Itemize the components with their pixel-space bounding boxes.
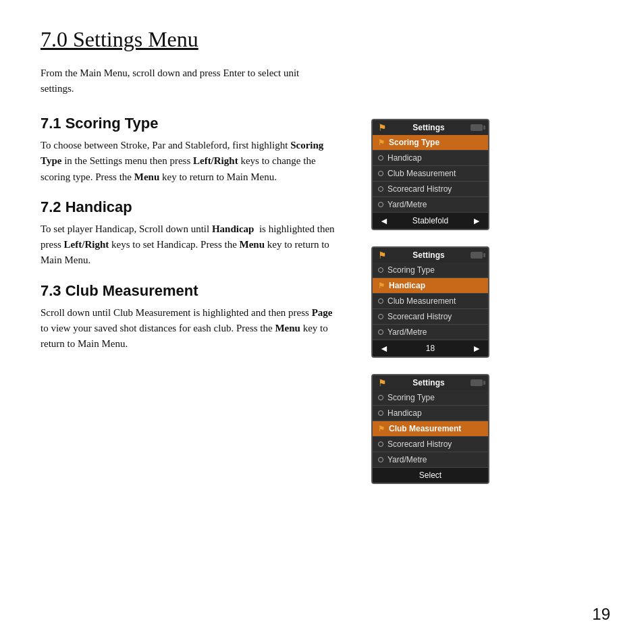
device-3-battery-icon — [471, 379, 483, 386]
device-1-yard-radio — [378, 202, 383, 207]
device-2-scorecard-label: Scorecard Histroy — [387, 312, 452, 321]
device-2-yard-radio — [378, 329, 383, 335]
device-1-item-yard: Yard/Metre — [373, 197, 488, 213]
device-1-scorecard-radio — [378, 186, 383, 192]
device-2-right-arrow: ► — [472, 343, 481, 354]
device-1-yard-label: Yard/Metre — [387, 200, 427, 209]
device-3-header: ⚑ Settings — [373, 375, 488, 390]
device-3-club-label: Club Measurement — [389, 424, 461, 433]
section-71-heading: 7.1 Scoring Type — [41, 115, 338, 132]
device-3-scorecard-label: Scorecard Histroy — [387, 439, 452, 449]
device-1-item-club: Club Measurement — [373, 166, 488, 182]
device-1-title: Settings — [412, 123, 444, 132]
device-2-flag: ⚑ — [378, 281, 385, 290]
device-3-item-scoring-type: Scoring Type — [373, 390, 488, 406]
device-3-item-handicap: Handicap — [373, 406, 488, 421]
section-72-text: To set player Handicap, Scroll down unti… — [41, 221, 338, 269]
device-2-item-club: Club Measurement — [373, 294, 488, 309]
device-1-right-arrow: ► — [472, 215, 481, 226]
device-3-item-club: ⚑ Club Measurement — [373, 421, 488, 437]
device-3-scoring-radio — [378, 395, 383, 400]
device-2-yard-label: Yard/Metre — [387, 327, 427, 337]
device-1-footer-value: Stablefold — [412, 216, 448, 225]
device-3-title: Settings — [412, 378, 444, 387]
page-number: 19 — [592, 605, 610, 624]
text-column: 7.1 Scoring Type To choose between Strok… — [41, 112, 351, 484]
device-screen-1: ⚑ Settings ⚑ Scoring Type Handicap Club … — [371, 119, 489, 230]
device-2-item-scorecard: Scorecard Histroy — [373, 309, 488, 325]
device-3-flag-icon: ⚑ — [378, 377, 387, 388]
device-3-handicap-radio — [378, 410, 383, 416]
device-1-flag: ⚑ — [378, 138, 385, 147]
section-72-heading: 7.2 Handicap — [41, 198, 338, 216]
device-3-scorecard-radio — [378, 441, 383, 447]
device-3-item-scorecard: Scorecard Histroy — [373, 437, 488, 452]
device-2-handicap-label: Handicap — [389, 281, 425, 290]
device-2-item-handicap: ⚑ Handicap — [373, 278, 488, 294]
page-container: 7.0 Settings Menu From the Main Menu, sc… — [0, 0, 644, 511]
section-73-text: Scroll down until Club Measurement is hi… — [41, 305, 338, 352]
device-1-handicap-label: Handicap — [387, 153, 422, 163]
device-screen-3: ⚑ Settings Scoring Type Handicap ⚑ Club … — [371, 374, 489, 484]
device-1-footer: ◄ Stablefold ► — [373, 213, 488, 229]
device-2-footer-value: 18 — [426, 344, 435, 353]
section-73-heading: 7.3 Club Measurement — [41, 282, 338, 300]
device-3-footer: Select — [373, 468, 488, 483]
device-2-club-radio — [378, 298, 383, 304]
device-1-item-handicap: Handicap — [373, 151, 488, 166]
device-2-item-yard: Yard/Metre — [373, 325, 488, 340]
device-3-footer-value: Select — [419, 471, 441, 480]
device-column: ⚑ Settings ⚑ Scoring Type Handicap Club … — [371, 112, 506, 484]
device-2-left-arrow: ◄ — [379, 343, 389, 354]
device-2-scoring-type-label: Scoring Type — [387, 265, 435, 275]
device-1-header: ⚑ Settings — [373, 120, 488, 135]
page-title: 7.0 Settings Menu — [41, 27, 610, 52]
device-3-yard-label: Yard/Metre — [387, 455, 427, 464]
device-2-footer: ◄ 18 ► — [373, 340, 488, 356]
device-1-item-scoring-type: ⚑ Scoring Type — [373, 135, 488, 151]
device-2-flag-icon: ⚑ — [378, 250, 387, 261]
device-3-scoring-type-label: Scoring Type — [387, 393, 435, 402]
device-2-battery-icon — [471, 252, 483, 259]
device-2-title: Settings — [412, 250, 444, 260]
device-1-scorecard-label: Scorecard Histroy — [387, 184, 452, 194]
device-3-flag: ⚑ — [378, 425, 385, 433]
device-2-scoring-radio — [378, 267, 383, 273]
device-1-flag-icon: ⚑ — [378, 122, 387, 133]
device-1-scoring-type-label: Scoring Type — [389, 138, 439, 147]
device-1-item-scorecard: Scorecard Histroy — [373, 182, 488, 197]
device-1-club-radio — [378, 171, 383, 176]
device-2-item-scoring-type: Scoring Type — [373, 263, 488, 278]
device-3-item-yard: Yard/Metre — [373, 452, 488, 468]
device-1-left-arrow: ◄ — [379, 215, 389, 226]
device-1-club-label: Club Measurement — [387, 169, 456, 178]
content-area: 7.1 Scoring Type To choose between Strok… — [41, 112, 610, 484]
device-3-handicap-label: Handicap — [387, 408, 422, 418]
device-2-club-label: Club Measurement — [387, 296, 456, 306]
device-screen-2: ⚑ Settings Scoring Type ⚑ Handicap Club … — [371, 246, 489, 358]
device-3-yard-radio — [378, 457, 383, 462]
device-2-header: ⚑ Settings — [373, 248, 488, 263]
device-1-handicap-radio — [378, 155, 383, 161]
section-71-text: To choose between Stroke, Par and Stable… — [41, 138, 338, 185]
intro-text: From the Main Menu, scroll down and pres… — [41, 65, 324, 96]
device-1-battery-icon — [471, 124, 483, 131]
device-2-scorecard-radio — [378, 314, 383, 319]
